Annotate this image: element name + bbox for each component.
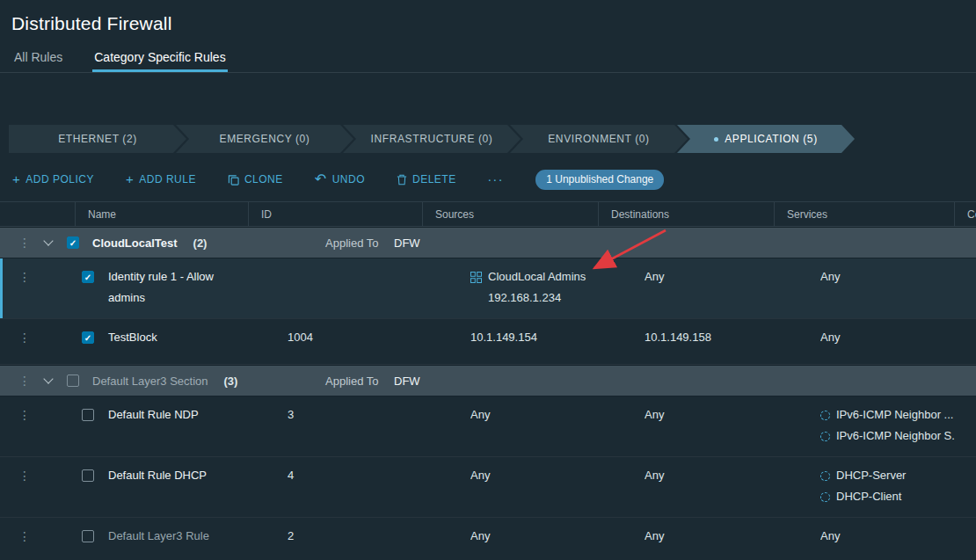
category-tab-infrastructure[interactable]: INFRASTRUCTURE (0) [343, 125, 521, 153]
destination-cell[interactable]: Any [599, 465, 775, 486]
undo-button[interactable]: ↶ UNDO [315, 173, 365, 185]
rule-row-handle-cell: ⋮ [0, 266, 76, 285]
destination-cell[interactable]: Any [599, 266, 775, 287]
drag-handle-icon[interactable]: ⋮ [18, 529, 31, 543]
service-cell[interactable]: IPv6-ICMP Neighbor ...IPv6-ICMP Neighbor… [775, 404, 955, 447]
service-entry: IPv6-ICMP Neighbor ... [820, 404, 955, 425]
add-policy-label: ADD POLICY [25, 173, 94, 185]
service-entry: DHCP-Client [820, 486, 955, 507]
service-entry: IPv6-ICMP Neighbor S... [820, 425, 955, 447]
drag-handle-icon[interactable]: ⋮ [18, 469, 31, 483]
source-cell[interactable]: CloudLocal Admins192.168.1.234 [423, 266, 599, 309]
applied-to-value[interactable]: DFW [394, 375, 420, 388]
rule-row[interactable]: ⋮Default Rule DHCP4AnyAnyDHCP-ServerDHCP… [0, 457, 976, 518]
rule-name-cell: Default Rule NDP [76, 404, 249, 425]
rule-name: Default Rule NDP [108, 404, 199, 425]
service-entry: DHCP-Server [820, 465, 955, 486]
rule-checkbox[interactable] [82, 271, 94, 283]
service-label: Any [820, 327, 840, 348]
rule-row[interactable]: ⋮Default Rule NDP3AnyAnyIPv6-ICMP Neighb… [0, 396, 976, 457]
header-cell-select [0, 202, 76, 226]
toolbar: + ADD POLICY + ADD RULE CLONE ↶ UNDO DEL… [12, 169, 976, 190]
delete-button[interactable]: DELETE [397, 173, 456, 185]
category-tab-label: ENVIRONMENT (0) [548, 125, 649, 153]
chevron-down-icon[interactable] [43, 236, 53, 245]
rule-row[interactable]: ⋮Default Layer3 Rule2AnyAnyAny [0, 518, 976, 560]
service-cell[interactable]: Any [775, 327, 955, 348]
source-label: Any [470, 465, 490, 486]
applied-to-value[interactable]: DFW [394, 236, 420, 250]
category-tabs: ETHERNET (2)EMERGENCY (0)INFRASTRUCTURE … [9, 125, 976, 153]
rule-row-handle-cell: ⋮ [0, 526, 76, 544]
source-cell[interactable]: Any [423, 526, 599, 547]
drag-handle-icon[interactable]: ⋮ [18, 270, 31, 284]
rule-checkbox[interactable] [82, 530, 94, 542]
destination-label: Any [645, 266, 664, 287]
service-label: Any [820, 526, 840, 547]
category-tab-ethernet[interactable]: ETHERNET (2) [9, 125, 186, 153]
drag-handle-icon[interactable]: ⋮ [18, 408, 31, 422]
service-label: IPv6-ICMP Neighbor ... [836, 404, 953, 425]
source-entry: CloudLocal Admins [470, 266, 599, 287]
clone-icon [228, 174, 239, 185]
rule-name-cell: TestBlock [76, 327, 249, 348]
delete-label: DELETE [412, 173, 456, 185]
service-label: DHCP-Client [836, 486, 901, 507]
rule-name: Default Layer3 Rule [108, 526, 209, 547]
drag-handle-icon[interactable]: ⋮ [18, 331, 31, 345]
policy-row[interactable]: ⋮CloudLocalTest(2)Applied ToDFW [0, 227, 976, 258]
source-entry: Any [470, 404, 599, 425]
service-cell[interactable]: DHCP-ServerDHCP-Client [775, 465, 955, 507]
category-tab-application[interactable]: APPLICATION (5) [677, 125, 855, 153]
undo-label: UNDO [332, 173, 365, 185]
category-tab-environment[interactable]: ENVIRONMENT (0) [510, 125, 688, 153]
source-cell[interactable]: Any [423, 404, 599, 425]
source-entry: 192.168.1.234 [470, 287, 599, 309]
source-entry: 10.1.149.154 [470, 327, 599, 348]
policy-checkbox[interactable] [67, 236, 79, 249]
policy-row[interactable]: ⋮Default Layer3 Section(3)Applied ToDFW [0, 365, 976, 396]
header-cell-id: ID [249, 202, 423, 226]
destination-entry: 10.1.149.158 [645, 327, 775, 348]
service-entry: Any [820, 327, 955, 348]
policy-checkbox[interactable] [67, 375, 79, 387]
rule-checkbox[interactable] [82, 469, 94, 482]
chevron-down-icon[interactable] [43, 374, 53, 383]
rule-row[interactable]: ⋮TestBlock100410.1.149.15410.1.149.158An… [0, 319, 976, 365]
source-label: Any [470, 404, 490, 425]
service-cell[interactable]: Any [775, 526, 955, 547]
clone-button[interactable]: CLONE [228, 173, 283, 185]
category-tab-label: INFRASTRUCTURE (0) [371, 125, 493, 153]
source-cell[interactable]: 10.1.149.154 [423, 327, 599, 348]
header-cell-sources: Sources [423, 202, 599, 226]
service-icon [820, 471, 830, 481]
rules-table: NameIDSourcesDestinationsServicesCo ⋮Clo… [0, 201, 976, 560]
category-tab-label: ETHERNET (2) [58, 125, 137, 153]
destination-cell[interactable]: Any [599, 404, 775, 425]
source-label: Any [470, 526, 490, 547]
tab-all-rules[interactable]: All Rules [12, 47, 64, 72]
source-entry: Any [470, 465, 599, 486]
rule-name-cell: Identity rule 1 - Allow admins [76, 266, 249, 309]
category-tab-emergency[interactable]: EMERGENCY (0) [176, 125, 353, 153]
add-policy-button[interactable]: + ADD POLICY [12, 173, 94, 185]
tab-category-specific-rules[interactable]: Category Specific Rules [92, 47, 227, 72]
category-tab-label: APPLICATION (5) [725, 125, 817, 153]
unpublished-changes-badge[interactable]: 1 Unpublished Change [535, 170, 664, 190]
rule-checkbox[interactable] [82, 409, 94, 421]
service-icon [820, 411, 830, 420]
service-cell[interactable]: Any [775, 266, 955, 287]
rule-id-cell: 3 [249, 404, 423, 425]
source-cell[interactable]: Any [423, 465, 599, 486]
more-actions-button[interactable]: ... [488, 173, 505, 185]
rule-row[interactable]: ⋮Identity rule 1 - Allow adminsCloudLoca… [0, 258, 976, 319]
rule-id-cell: 1004 [249, 327, 423, 348]
destination-label: Any [645, 404, 664, 425]
add-rule-button[interactable]: + ADD RULE [126, 173, 196, 185]
drag-handle-icon[interactable]: ⋮ [18, 235, 31, 251]
destination-cell[interactable]: 10.1.149.158 [599, 327, 775, 348]
rule-checkbox[interactable] [82, 331, 94, 344]
destination-cell[interactable]: Any [599, 526, 775, 547]
applied-to-label: Applied To [325, 375, 378, 388]
drag-handle-icon[interactable]: ⋮ [18, 373, 31, 389]
